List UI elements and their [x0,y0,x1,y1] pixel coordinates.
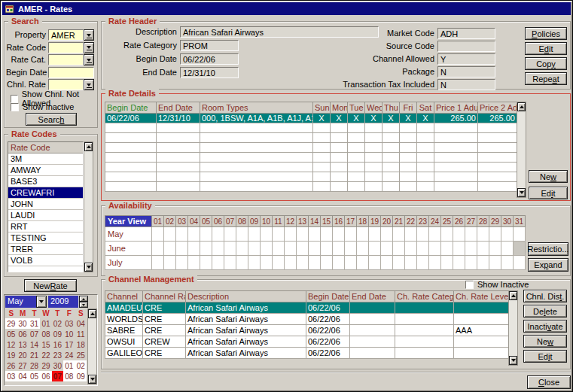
availability-cell[interactable] [176,256,188,270]
calendar-day[interactable]: 03 [63,318,75,329]
availability-cell[interactable] [333,256,345,270]
rate-header-field-channel-allowed[interactable]: Y [437,53,495,65]
channel-row-amadeus[interactable]: AMADEUSCREAfrican Safari Airways06/22/06 [105,302,509,314]
availability-cell[interactable] [152,256,164,270]
rate-cat-lov-button[interactable] [84,54,94,65]
availability-cell[interactable] [429,242,441,256]
rate-code-item-testing[interactable]: TESTING [8,232,83,244]
year-down-button[interactable] [79,302,88,308]
restrictio-button[interactable]: Restrictio... [528,242,568,256]
availability-cell[interactable] [297,256,309,270]
calendar-day[interactable]: 08 [40,329,51,339]
availability-cell[interactable] [164,256,176,270]
availability-cell[interactable] [248,242,261,256]
availability-cell[interactable] [164,227,176,242]
rate-code-scrollbar[interactable] [84,141,93,272]
calendar-day[interactable]: 23 [52,350,63,360]
rate-details-new-button[interactable]: New [529,170,568,183]
calendar-day[interactable]: 17 [63,339,75,350]
availability-cell[interactable] [333,227,345,242]
availability-cell[interactable] [309,227,321,242]
scroll-down-button[interactable] [517,188,526,197]
scroll-down-button[interactable] [509,356,517,365]
availability-cell[interactable] [357,256,369,270]
new-rate-button[interactable]: New Rate [24,279,77,292]
availability-cell[interactable] [236,256,248,270]
rate-header-field-transaction-tax-included[interactable]: N [437,79,495,90]
availability-cell[interactable] [381,227,393,242]
rate-details-edit-button[interactable]: Edit [529,187,568,199]
availability-cell[interactable] [465,242,477,256]
availability-cell[interactable] [212,227,224,242]
availability-cell[interactable] [465,256,477,270]
availability-cell[interactable] [489,227,501,242]
year-view-header[interactable]: Year View [105,216,152,227]
calendar-scroll-up[interactable] [88,309,96,318]
availability-cell[interactable] [369,242,381,256]
availability-cell[interactable] [188,256,200,270]
rate-details-empty-row[interactable] [105,133,517,143]
availability-cell[interactable] [453,227,465,242]
scroll-up-button[interactable] [517,102,526,111]
availability-cell[interactable] [212,256,224,270]
availability-cell[interactable] [248,256,261,270]
calendar-day[interactable]: 09 [75,371,87,381]
rate-header-field-package[interactable]: N [437,66,495,77]
channel-row-sabre[interactable]: SABRECREAfrican Safari Airways06/22/06 A… [105,325,509,336]
availability-cell[interactable] [405,227,417,242]
channel-row-galileo[interactable]: GALILEOCREAfrican Safari Airways06/22/06 [105,348,509,359]
calendar-month-dropdown-button[interactable] [36,296,47,308]
calendar-day[interactable]: 09 [52,329,63,339]
availability-cell[interactable] [321,242,333,256]
show-inactive-checkbox[interactable] [465,281,474,289]
search-field-begin-date[interactable] [48,67,94,78]
calendar-day[interactable]: 18 [75,339,87,350]
expand-button[interactable]: Expand [528,258,568,272]
rate-details-scrollbar[interactable] [517,102,526,198]
calendar-day[interactable]: 24 [63,350,75,360]
availability-cell[interactable] [309,242,321,256]
calendar-day[interactable]: 22 [40,350,51,360]
availability-cell[interactable] [489,242,501,256]
availability-cell[interactable] [261,242,273,256]
availability-cell[interactable] [501,256,514,270]
availability-cell[interactable] [236,227,248,242]
calendar-day-selected[interactable]: 07 [52,371,63,381]
availability-cell[interactable] [273,227,285,242]
availability-cell[interactable] [453,242,465,256]
calendar-day[interactable]: 14 [29,339,40,350]
availability-cell[interactable] [369,256,381,270]
availability-cell[interactable] [417,256,429,270]
availability-cell[interactable] [176,242,188,256]
availability-cell[interactable] [345,242,357,256]
calendar-day[interactable]: 01 [63,360,75,371]
availability-cell[interactable] [152,227,164,242]
availability-cell[interactable] [405,256,417,270]
calendar-day[interactable]: 01 [40,318,51,329]
channel-delete-button[interactable]: Delete [523,305,567,318]
availability-cell[interactable] [285,242,297,256]
rate-code-lov-button[interactable] [84,42,94,53]
rate-details-empty-row[interactable] [105,172,517,182]
show-inactive-checkbox[interactable] [11,103,19,111]
availability-cell[interactable] [273,256,285,270]
channel-row-owsui[interactable]: OWSUICREWAfrican Safari Airways06/22/06 [105,336,509,348]
rate-details-empty-row[interactable] [105,163,517,172]
property-lov-button[interactable] [84,29,94,41]
search-field-property[interactable]: AMER [48,29,84,41]
availability-cell[interactable] [176,227,188,242]
edit-button[interactable]: Edit [525,42,567,55]
availability-cell[interactable] [297,242,309,256]
calendar-day[interactable]: 29 [40,360,51,371]
availability-cell[interactable] [477,227,489,242]
year-up-button[interactable] [79,296,88,302]
availability-cell[interactable] [357,242,369,256]
availability-cell[interactable] [393,227,405,242]
rate-code-item-rrt[interactable]: RRT [8,221,83,232]
rate-code-item-amway[interactable]: AMWAY [8,165,83,176]
calendar-day[interactable]: 03 [5,371,17,381]
availability-cell[interactable] [345,256,357,270]
calendar-day[interactable]: 12 [5,339,17,350]
calendar-day[interactable]: 26 [5,360,17,371]
calendar-scrollbar[interactable] [87,308,97,384]
